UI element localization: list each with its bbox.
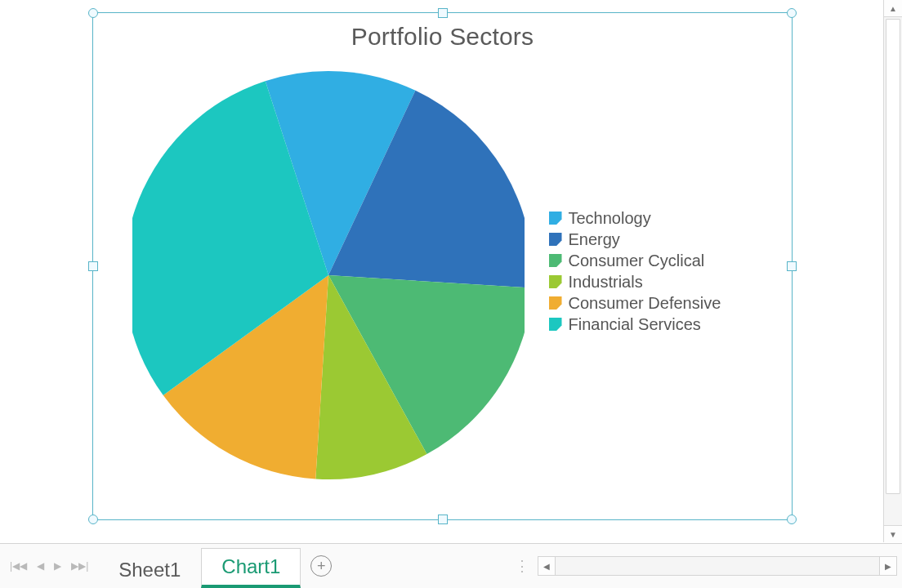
tab-nav-prev-icon[interactable]: ◀ xyxy=(37,560,44,572)
legend-item-energy[interactable]: Energy xyxy=(549,230,753,249)
add-sheet-button[interactable]: + xyxy=(301,544,342,588)
vertical-scrollbar[interactable]: ▲ ▼ xyxy=(883,0,902,542)
chart-title[interactable]: Portfolio Sectors xyxy=(93,23,792,51)
resize-handle-bottom-left[interactable] xyxy=(88,514,98,524)
sheet-tabs: Sheet1Chart1 xyxy=(98,544,301,588)
pie-chart[interactable] xyxy=(132,59,525,483)
legend-swatch-icon xyxy=(549,212,562,225)
scroll-left-button[interactable]: ◀ xyxy=(538,556,556,576)
resize-handle-top[interactable] xyxy=(438,8,448,18)
resize-handle-bottom-right[interactable] xyxy=(787,514,797,524)
tab-nav-last-icon[interactable]: ▶▶| xyxy=(71,560,88,572)
vertical-scroll-track[interactable] xyxy=(884,17,902,525)
legend-label: Technology xyxy=(569,209,651,228)
legend-swatch-icon xyxy=(549,275,562,288)
legend-item-technology[interactable]: Technology xyxy=(549,209,753,228)
vertical-scroll-thumb[interactable] xyxy=(886,19,900,494)
scroll-down-button[interactable]: ▼ xyxy=(884,525,902,542)
resize-handle-right[interactable] xyxy=(787,261,797,271)
legend-label: Financial Services xyxy=(569,315,701,334)
chart-plot-area[interactable]: TechnologyEnergyConsumer CyclicalIndustr… xyxy=(93,51,792,492)
legend-label: Consumer Defensive xyxy=(569,294,721,313)
horizontal-scrollbar[interactable]: ◀ ▶ xyxy=(538,544,902,588)
legend-swatch-icon xyxy=(549,296,562,310)
chart-object[interactable]: Portfolio Sectors TechnologyEnergyConsum… xyxy=(92,12,793,520)
scroll-right-button[interactable]: ▶ xyxy=(879,556,897,576)
legend-label: Consumer Cyclical xyxy=(569,252,705,270)
resize-handle-top-right[interactable] xyxy=(787,8,797,18)
legend-label: Energy xyxy=(569,230,620,249)
legend-item-consumer-cyclical[interactable]: Consumer Cyclical xyxy=(549,252,753,270)
worksheet-canvas: Portfolio Sectors TechnologyEnergyConsum… xyxy=(0,0,882,542)
tab-nav-first-icon[interactable]: |◀◀ xyxy=(10,560,27,572)
tab-nav-buttons: |◀◀ ◀ ▶ ▶▶| xyxy=(0,544,98,588)
legend-swatch-icon xyxy=(549,233,562,246)
legend-item-industrials[interactable]: Industrials xyxy=(549,273,753,292)
sheet-tab-strip: |◀◀ ◀ ▶ ▶▶| Sheet1Chart1 + ⋮ ◀ ▶ xyxy=(0,543,902,588)
legend-swatch-icon xyxy=(549,254,562,267)
legend-swatch-icon xyxy=(549,318,562,331)
horizontal-scroll-track[interactable] xyxy=(556,556,879,576)
plus-icon: + xyxy=(310,555,332,577)
resize-handle-top-left[interactable] xyxy=(88,8,98,18)
tab-strip-splitter-icon[interactable]: ⋮ xyxy=(507,544,538,588)
chart-legend[interactable]: TechnologyEnergyConsumer CyclicalIndustr… xyxy=(549,207,753,336)
resize-handle-bottom[interactable] xyxy=(438,514,448,524)
tab-nav-next-icon[interactable]: ▶ xyxy=(54,560,61,572)
resize-handle-left[interactable] xyxy=(88,261,98,271)
legend-item-consumer-defensive[interactable]: Consumer Defensive xyxy=(549,294,753,313)
sheet-tab-sheet1[interactable]: Sheet1 xyxy=(98,551,201,588)
legend-label: Industrials xyxy=(569,273,643,292)
sheet-tab-chart1[interactable]: Chart1 xyxy=(201,548,301,588)
scroll-up-button[interactable]: ▲ xyxy=(884,0,902,17)
legend-item-financial-services[interactable]: Financial Services xyxy=(549,315,753,334)
